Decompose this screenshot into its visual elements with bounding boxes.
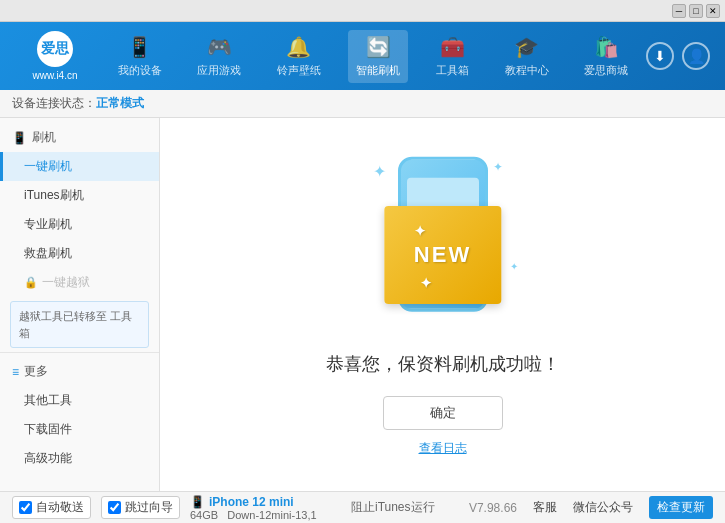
download-button[interactable]: ⬇ [646,42,674,70]
confirm-button[interactable]: 确定 [383,396,503,430]
nav-ringtone[interactable]: 🔔 铃声壁纸 [269,30,329,83]
other-tools-label: 其他工具 [24,393,72,407]
sidebar-item-onekey-flash[interactable]: 一键刷机 [0,152,159,181]
skip-wizard-label: 跳过向导 [125,499,173,516]
skip-wizard-checkbox-group[interactable]: 跳过向导 [101,496,180,519]
auto-push-checkbox[interactable] [19,501,32,514]
device-details: 64GB Down-12mini-13,1 [190,509,317,521]
device-name: 📱 iPhone 12 mini [190,495,317,509]
sidebar-item-other-tools[interactable]: 其他工具 [0,386,159,415]
auto-push-checkbox-group[interactable]: 自动敬送 [12,496,91,519]
main-area: 📱 刷机 一键刷机 iTunes刷机 专业刷机 救盘刷机 🔒 一键越狱 越狱工具… [0,118,725,491]
skip-wizard-checkbox[interactable] [108,501,121,514]
new-banner-text: NEW [414,242,471,267]
nav-ringtone-label: 铃声壁纸 [277,63,321,78]
nav-tutorial-label: 教程中心 [505,63,549,78]
device-icon: 📱 [190,495,205,509]
sidebar-item-pro-flash[interactable]: 专业刷机 [0,210,159,239]
bottom-right: V7.98.66 客服 微信公众号 检查更新 [469,496,713,519]
flash-section-icon: 📱 [12,131,27,145]
toolbox-icon: 🧰 [440,35,465,59]
sidebar-section-more: ≡ 更多 [0,357,159,386]
minimize-button[interactable]: ─ [672,4,686,18]
new-banner: NEW [384,206,501,304]
logo-url: www.i4.cn [32,70,77,81]
tutorial-icon: 🎓 [514,35,539,59]
title-bar: ─ □ ✕ [0,0,725,22]
nav-toolbox[interactable]: 🧰 工具箱 [428,30,477,83]
sidebar-item-itunes-flash[interactable]: iTunes刷机 [0,181,159,210]
auto-push-label: 自动敬送 [36,499,84,516]
logo-icon: 爱思 [37,31,73,67]
sidebar-divider [0,352,159,353]
itunes-flash-label: iTunes刷机 [24,188,84,202]
sparkle-1-icon: ✦ [373,162,386,181]
version-text: V7.98.66 [469,501,517,515]
rescue-flash-label: 救盘刷机 [24,246,72,260]
device-info: 📱 iPhone 12 mini 64GB Down-12mini-13,1 [190,495,317,521]
smart-flash-icon: 🔄 [366,35,391,59]
status-value: 正常模式 [96,95,144,112]
check-update-button[interactable]: 检查更新 [649,496,713,519]
center-content: ✦ ✦ ✦ NEW 恭喜您，保资料刷机成功啦！ 确定 查看日志 [160,118,725,491]
logo-text: 爱思 [41,40,69,58]
status-bar: 设备连接状态： 正常模式 [0,90,725,118]
lock-icon: 🔒 [24,276,38,289]
account-button[interactable]: 👤 [682,42,710,70]
wechat-public-link[interactable]: 微信公众号 [573,499,633,516]
jailbreak-notice: 越狱工具已转移至 工具箱 [10,301,149,348]
nav-apps-games-label: 应用游戏 [197,63,241,78]
nav-shop-label: 爱思商城 [584,63,628,78]
customer-service-link[interactable]: 客服 [533,499,557,516]
top-nav: 爱思 www.i4.cn 📱 我的设备 🎮 应用游戏 🔔 铃声壁纸 🔄 智能刷机… [0,22,725,90]
bottom-bar: 自动敬送 跳过向导 📱 iPhone 12 mini 64GB Down-12m… [0,491,725,523]
more-section-label: 更多 [24,363,48,380]
download-firmware-label: 下载固件 [24,422,72,436]
ringtone-icon: 🔔 [286,35,311,59]
nav-smart-flash[interactable]: 🔄 智能刷机 [348,30,408,83]
nav-right-controls: ⬇ 👤 [646,42,715,70]
nav-smart-flash-label: 智能刷机 [356,63,400,78]
apps-games-icon: 🎮 [207,35,232,59]
sidebar-item-jailbreak-disabled: 🔒 一键越狱 [0,268,159,297]
flash-section-label: 刷机 [32,129,56,146]
sidebar-item-download-firmware[interactable]: 下载固件 [0,415,159,444]
bottom-left: 自动敬送 跳过向导 📱 iPhone 12 mini 64GB Down-12m… [12,495,317,521]
sparkle-2-icon: ✦ [493,160,503,174]
itunes-status-text: 阻止iTunes运行 [351,499,435,516]
nav-shop[interactable]: 🛍️ 爱思商城 [576,30,636,83]
sidebar-item-advanced[interactable]: 高级功能 [0,444,159,473]
nav-my-device-label: 我的设备 [118,63,162,78]
nav-toolbox-label: 工具箱 [436,63,469,78]
sidebar: 📱 刷机 一键刷机 iTunes刷机 专业刷机 救盘刷机 🔒 一键越狱 越狱工具… [0,118,160,491]
advanced-label: 高级功能 [24,451,72,465]
sparkle-3-icon: ✦ [510,261,518,272]
pro-flash-label: 专业刷机 [24,217,72,231]
my-device-icon: 📱 [127,35,152,59]
nav-tutorial[interactable]: 🎓 教程中心 [497,30,557,83]
maximize-button[interactable]: □ [689,4,703,18]
more-section-icon: ≡ [12,365,19,379]
logo: 爱思 www.i4.cn [10,31,100,81]
status-label: 设备连接状态： [12,95,96,112]
view-log-link[interactable]: 查看日志 [419,440,467,457]
jailbreak-notice-text: 越狱工具已转移至 工具箱 [19,310,132,339]
success-illustration: ✦ ✦ ✦ NEW [343,152,543,332]
nav-my-device[interactable]: 📱 我的设备 [110,30,170,83]
success-message: 恭喜您，保资料刷机成功啦！ [326,352,560,376]
bottom-itunes-status[interactable]: 阻止iTunes运行 [351,499,435,516]
onekey-flash-label: 一键刷机 [24,159,72,173]
shop-icon: 🛍️ [594,35,619,59]
nav-menu: 📱 我的设备 🎮 应用游戏 🔔 铃声壁纸 🔄 智能刷机 🧰 工具箱 🎓 教程中心… [100,30,646,83]
nav-apps-games[interactable]: 🎮 应用游戏 [189,30,249,83]
close-button[interactable]: ✕ [706,4,720,18]
jailbreak-disabled-label: 一键越狱 [42,274,90,291]
sidebar-section-flash: 📱 刷机 [0,123,159,152]
window-controls: ─ □ ✕ [672,4,720,18]
sidebar-item-rescue-flash[interactable]: 救盘刷机 [0,239,159,268]
